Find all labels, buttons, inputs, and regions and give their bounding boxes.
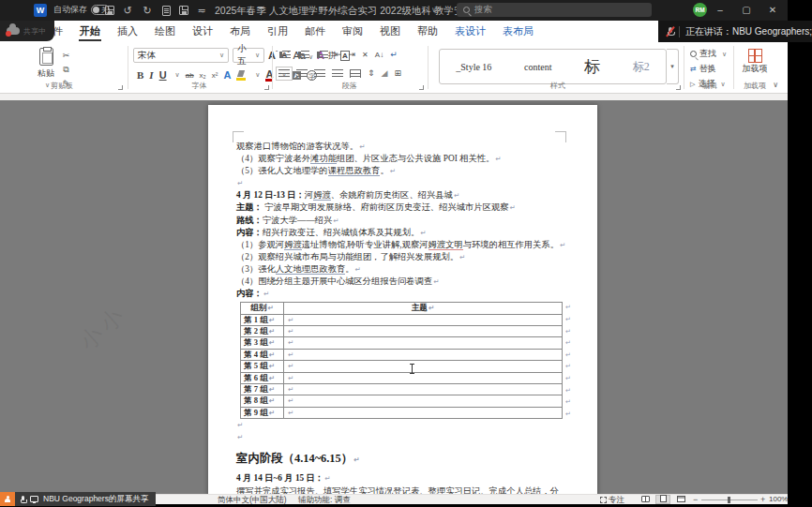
table-cell[interactable]: ↵	[284, 407, 563, 418]
table-cell[interactable]: ↵	[284, 326, 563, 337]
clipboard-dialog-launcher[interactable]	[118, 85, 123, 90]
superscript-button[interactable]: x²	[212, 71, 218, 80]
font-size-select[interactable]: 小五 ∨	[233, 48, 264, 63]
distribute-button[interactable]	[350, 69, 361, 78]
table-cell[interactable]: 第 6 组↵	[241, 372, 284, 383]
show-marks-button[interactable]: ↵	[390, 50, 398, 59]
tab-help[interactable]: 帮助	[409, 21, 446, 42]
doc-paragraph[interactable]: （4）观察宁波老外滩功能组团、片区业态与公共设施 POI 相关性。↵	[236, 153, 566, 165]
table-cell[interactable]: 第 2 组↵	[241, 326, 284, 337]
tab-design[interactable]: 设计	[184, 21, 221, 42]
style-item[interactable]: _Style 16	[456, 62, 491, 72]
table-cell[interactable]: ↵	[284, 395, 563, 407]
account-avatar[interactable]: RM	[693, 3, 707, 17]
doc-paragraph[interactable]: （3）强化人文地理思政教育。↵	[236, 263, 566, 276]
close-button[interactable]: ✕	[759, 0, 786, 21]
table-header-cell[interactable]: 组别↵	[241, 303, 284, 314]
accessibility-status[interactable]: 辅助功能: 调查	[298, 495, 351, 504]
qat-customize-button[interactable]: ≂	[193, 0, 210, 21]
tab-table-design[interactable]: 表设计	[446, 21, 494, 42]
replace-button[interactable]: ⇄替换	[690, 63, 716, 75]
doc-paragraph[interactable]: （1）参观河姆渡遗址博物馆,聆听专业讲解,观察河姆渡文明与环境的相互作用关系。↵	[236, 239, 566, 251]
cut-button[interactable]: ✂	[60, 50, 72, 61]
print-layout-button[interactable]	[655, 495, 670, 504]
justify-button[interactable]	[332, 69, 343, 78]
language-status[interactable]: 简体中文(中国大陆)	[218, 495, 287, 504]
styles-gallery-more-button[interactable]: ▾	[667, 49, 679, 84]
table-cell[interactable]: 第 9 组↵	[241, 407, 284, 418]
find-button[interactable]: 查找∨	[690, 48, 727, 60]
bold-button[interactable]: B	[137, 69, 143, 81]
doc-paragraph[interactable]: （4）围绕分组主题开展中心城区分组报告问卷调查↵	[236, 276, 566, 288]
table-cell[interactable]: 第 3 组↵	[241, 337, 284, 349]
participant-icon-block[interactable]	[0, 492, 15, 506]
doc-paragraph[interactable]: 内容：绍兴行政变迁、绍兴城镇体系及其规划。↵	[236, 227, 566, 239]
table-cell[interactable]: 第 1 组↵	[241, 314, 284, 325]
save-button[interactable]	[101, 0, 118, 21]
table-header-cell[interactable]: 主题↵	[284, 303, 563, 314]
table-cell[interactable]: 第 5 组↵	[241, 361, 284, 372]
table-cell[interactable]: ↵	[284, 372, 563, 383]
doc-paragraph[interactable]: ↵	[236, 419, 566, 431]
style-item[interactable]: 标	[584, 56, 600, 78]
doc-paragraph[interactable]: 4 月 14 日~6 月 15 日：↵	[236, 472, 566, 485]
tab-review[interactable]: 审阅	[334, 21, 371, 42]
decrease-indent-button[interactable]: ⇤	[335, 50, 342, 59]
highlight-caret-icon[interactable]: ∨	[255, 71, 260, 79]
mic-icon[interactable]	[21, 496, 25, 503]
doc-paragraph[interactable]: 撰写并完成实习报告、填写学生实习情况登记表、整理实习日记、完成个人总结，分	[236, 485, 566, 494]
align-center-button[interactable]	[296, 69, 308, 78]
tab-home[interactable]: 开始	[71, 21, 109, 42]
shading-button[interactable]: ◢	[382, 68, 388, 78]
borders-button[interactable]: ⊞	[394, 68, 401, 78]
focus-button[interactable]: 专注	[600, 495, 624, 504]
strikethrough-button[interactable]: ab	[186, 71, 194, 80]
table-cell[interactable]: ↵	[284, 314, 563, 325]
tab-references[interactable]: 引用	[259, 21, 296, 42]
tab-view[interactable]: 视图	[371, 21, 409, 42]
highlight-button[interactable]	[236, 70, 247, 81]
underline-button[interactable]: U	[159, 69, 167, 81]
read-mode-button[interactable]	[638, 495, 653, 504]
minimize-button[interactable]: –	[707, 0, 733, 21]
font-dialog-launcher[interactable]	[264, 85, 269, 90]
tab-layout[interactable]: 布局	[221, 21, 259, 42]
copy-button[interactable]: ⧉	[60, 64, 72, 75]
doc-paragraph[interactable]: （5）强化人文地理学的课程思政教育。↵	[236, 165, 566, 177]
table-cell[interactable]: ↵	[284, 337, 563, 349]
text-effects-button[interactable]: A	[223, 69, 231, 81]
doc-paragraph[interactable]: 室内阶段（4.14~6.15）↵	[236, 451, 566, 468]
screen-share-bar[interactable]: NBU Geographers的屏幕共享	[0, 492, 156, 506]
table-cell[interactable]: 第 7 组↵	[241, 384, 284, 395]
document-page[interactable]: 观察港口博物馆的游客状况等。↵（4）观察宁波老外滩功能组团、片区业态与公共设施 …	[208, 105, 597, 494]
zoom-out-button[interactable]: −	[693, 495, 698, 504]
table-cell[interactable]: 第 8 组↵	[241, 395, 284, 407]
title-chevron-icon[interactable]: ∨	[431, 0, 437, 21]
doc-paragraph[interactable]: 观察港口博物馆的游客状况等。↵	[236, 141, 566, 153]
doc-paragraph[interactable]: ↵	[236, 177, 566, 189]
font-name-select[interactable]: 宋体 ∨	[133, 48, 229, 63]
zoom-in-button[interactable]: +	[760, 495, 765, 504]
restore-button[interactable]: ▢	[733, 0, 759, 21]
doc-paragraph[interactable]: 主题： 宁波早期文明发展脉络、府前街区历史变迁、绍兴城市片区观察↵	[236, 201, 566, 214]
doc-paragraph[interactable]: 路线：宁波大学——绍兴↵	[236, 215, 566, 227]
table-cell[interactable]: 第 4 组↵	[241, 349, 284, 360]
align-left-button[interactable]	[278, 69, 290, 78]
italic-button[interactable]: I	[149, 69, 153, 81]
redo-button[interactable]: ↻	[139, 0, 156, 21]
increase-indent-button[interactable]: ⇥	[349, 50, 356, 59]
document-body[interactable]: 观察港口博物馆的游客状况等。↵（4）观察宁波老外滩功能组团、片区业态与公共设施 …	[236, 141, 566, 494]
undo-button[interactable]: ↺	[119, 0, 136, 21]
collapse-ribbon-button[interactable]: ∨	[773, 81, 778, 89]
align-right-button[interactable]	[314, 69, 325, 78]
print-preview-button[interactable]	[158, 0, 174, 21]
zoom-level[interactable]: 100%	[769, 495, 788, 504]
doc-paragraph[interactable]: （2）观察绍兴城市布局与功能组团，了解绍兴发展规划。↵	[236, 251, 566, 263]
style-item[interactable]: content	[524, 62, 551, 72]
table-cell[interactable]: ↵	[284, 349, 563, 360]
line-spacing-button[interactable]: ⇕	[368, 68, 375, 78]
web-layout-button[interactable]	[673, 495, 688, 504]
underline-caret-icon[interactable]: ∨	[175, 71, 180, 79]
meeting-share-widget[interactable]: 共享中	[0, 21, 54, 41]
tab-insert[interactable]: 插入	[109, 21, 146, 42]
